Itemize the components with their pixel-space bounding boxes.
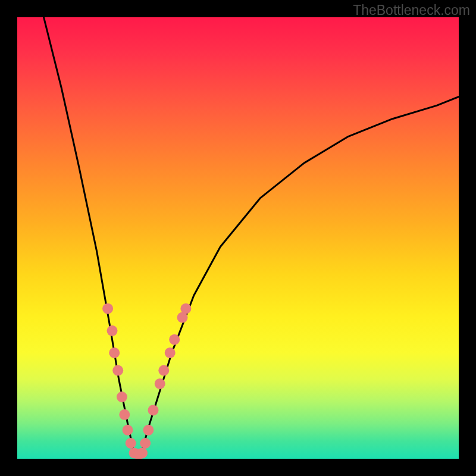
scatter-dot [107,325,118,336]
plot-area [17,17,459,459]
scatter-dot [109,347,120,358]
scatter-dot [143,425,154,436]
scatter-dot [140,438,151,449]
scatter-dot [117,392,127,402]
scatter-dot [137,447,148,458]
scatter-dot [119,409,130,420]
scatter-dot [169,334,180,345]
scatter-dot [148,405,159,415]
scatter-dot [102,303,113,314]
scatter-dot [112,365,123,376]
scatter-dot [158,365,169,376]
chart-svg [17,17,459,459]
bottleneck-curve [44,17,459,455]
chart-frame: TheBottleneck.com [0,0,476,476]
scatter-dot [155,378,165,389]
scatter-dot [126,438,136,449]
scatter-dot [165,347,176,358]
scatter-dot [123,425,133,436]
scatter-dot [180,303,191,314]
watermark-text: TheBottleneck.com [353,2,470,18]
